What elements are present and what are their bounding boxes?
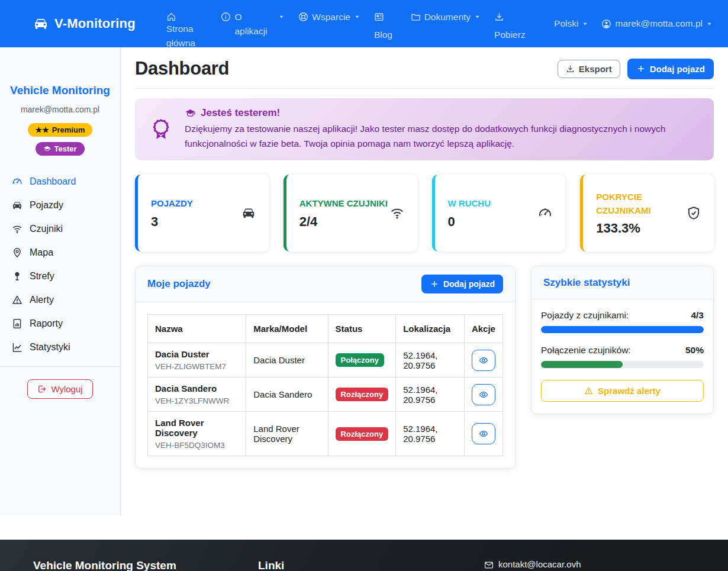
graph-icon <box>12 342 22 353</box>
caret-down-icon <box>582 21 588 27</box>
status-badge: Rozłączony <box>336 388 389 401</box>
stat-label: W RUCHU <box>448 196 491 210</box>
status-badge: Rozłączony <box>336 427 389 441</box>
nav-item-support[interactable]: Wsparcie <box>298 10 360 47</box>
stats-row: POJAZDY 3 AKTYWNE CZUJNIKI 2/4 W RUCHU 0 <box>135 175 714 251</box>
user-menu[interactable]: marek@motta.com.pl <box>601 17 713 31</box>
car-icon <box>241 206 256 220</box>
plus-icon <box>430 279 439 289</box>
progress-bar-sensors <box>541 361 623 368</box>
header-divider <box>135 88 714 89</box>
caret-down-icon <box>706 21 713 27</box>
stat-value: 133.3% <box>596 221 685 236</box>
speedometer-icon <box>12 176 22 187</box>
user-icon <box>601 19 611 29</box>
vehicle-model: Dacia Duster <box>246 343 328 378</box>
progress-track <box>541 361 704 368</box>
stat-value: 0 <box>448 214 491 230</box>
footer-links-title: Linki <box>258 559 484 571</box>
add-vehicle-button[interactable]: Dodaj pojazd <box>421 275 503 293</box>
download-icon <box>494 12 504 22</box>
brand-label: V-Monitoring <box>54 16 136 31</box>
quick-stat-value: 50% <box>685 345 704 356</box>
pin-icon <box>12 271 22 282</box>
download-icon <box>566 64 575 73</box>
blog-icon <box>374 12 384 22</box>
nav-item-about[interactable]: O aplikacji <box>221 10 285 47</box>
progress-bar-vehicles <box>541 326 704 333</box>
main-nav: Strona główna O aplikacji Wsparcie Blog … <box>166 0 529 47</box>
vehicle-location: 52.1964, 20.9756 <box>396 343 465 378</box>
quick-stat-label: Połączenie czujników: <box>541 345 631 356</box>
nav-item-home[interactable]: Strona główna <box>166 10 208 47</box>
column-header: Nazwa <box>148 315 246 343</box>
sidebar-user-email: marek@motta.com.pl <box>0 105 120 114</box>
my-vehicles-card: Moje pojazdy Dodaj pojazd Nazwa Marka/Mo… <box>135 266 516 469</box>
banner-text: Dziękujemy za testowanie naszej aplikacj… <box>185 122 700 151</box>
page-title: Dashboard <box>135 58 229 79</box>
view-vehicle-button[interactable] <box>472 423 495 444</box>
sidebar-title: Vehicle Monitoring <box>0 84 120 97</box>
vehicle-location: 52.1964, 20.9756 <box>396 378 465 412</box>
view-vehicle-button[interactable] <box>472 350 495 371</box>
shield-check-icon <box>687 206 701 220</box>
home-icon <box>166 12 176 22</box>
tester-badge: Tester <box>36 142 84 156</box>
sidebar-menu: Dashboard Pojazdy Czujniki Mapa Strefy A… <box>0 170 120 359</box>
sidebar-item-map[interactable]: Mapa <box>0 241 120 264</box>
vehicles-table: Nazwa Marka/Model Status Lokalizacja Akc… <box>147 314 503 456</box>
table-row: Land Rover Discovery VEH-BF5DQ3IOM3 Land… <box>148 412 503 456</box>
warning-icon <box>584 386 593 395</box>
sidebar-item-zones[interactable]: Strefy <box>0 264 120 288</box>
info-icon <box>221 12 231 22</box>
logout-button[interactable]: Wyloguj <box>27 379 92 399</box>
footer-title: Vehicle Monitoring System <box>33 559 258 571</box>
stars-icon: ★★ <box>36 125 49 134</box>
footer-contact[interactable]: kontakt@locacar.ovh <box>484 559 581 571</box>
sidebar-item-sensors[interactable]: Czujniki <box>0 217 120 241</box>
export-button[interactable]: Eksport <box>558 60 620 78</box>
navbar-right: Polski marek@motta.com.pl <box>538 0 713 47</box>
nav-item-documents[interactable]: Dokumenty <box>411 10 481 47</box>
stat-card-sensor-coverage: POKRYCIE CZUJNIKAMI 133.3% <box>580 175 714 251</box>
caret-down-icon <box>474 14 481 20</box>
view-vehicle-button[interactable] <box>472 384 495 405</box>
language-menu[interactable]: Polski <box>538 17 588 31</box>
wifi-icon <box>12 224 22 234</box>
stat-value: 2/4 <box>299 214 388 230</box>
table-row: Dacia Duster VEH-ZLIGWBTEM7 Dacia Duster… <box>148 343 503 378</box>
premium-badge: ★★ Premium <box>28 123 93 137</box>
sidebar-item-reports[interactable]: Raporty <box>0 312 120 335</box>
quick-stats-card: Szybkie statystyki Pojazdy z czujnikami:… <box>531 266 714 414</box>
vehicle-id: VEH-ZLIGWBTEM7 <box>155 362 239 371</box>
nav-item-download[interactable]: Pobierz <box>494 10 529 47</box>
my-vehicles-title: Moje pojazdy <box>147 278 211 290</box>
quick-stats-title: Szybkie statystyki <box>543 277 630 289</box>
brand[interactable]: V-Monitoring <box>33 0 136 47</box>
stat-label: AKTYWNE CZUJNIKI <box>299 196 388 210</box>
vehicle-id: VEH-BF5DQ3IOM3 <box>155 441 239 450</box>
stat-label: POJAZDY <box>151 196 193 210</box>
sidebar-item-alerts[interactable]: Alerty <box>0 288 120 312</box>
sidebar: Vehicle Monitoring marek@motta.com.pl ★★… <box>0 47 121 515</box>
stat-value: 3 <box>151 214 193 230</box>
tester-banner: Jesteś testerem! Dziękujemy za testowani… <box>135 98 714 160</box>
sidebar-item-statistics[interactable]: Statystyki <box>0 335 120 359</box>
stat-card-in-motion: W RUCHU 0 <box>432 175 566 251</box>
eye-icon <box>479 390 488 399</box>
support-icon <box>298 12 308 22</box>
sidebar-item-dashboard[interactable]: Dashboard <box>0 170 120 193</box>
sidebar-item-vehicles[interactable]: Pojazdy <box>0 193 120 217</box>
speedometer-icon <box>538 206 552 220</box>
graduation-cap-icon <box>43 145 51 153</box>
sidebar-divider <box>0 366 120 367</box>
vehicle-model: Dacia Sandero <box>246 378 328 412</box>
vehicle-location: 52.1964, 20.9756 <box>396 412 465 456</box>
check-alerts-button[interactable]: Sprawdź alerty <box>541 380 704 402</box>
quick-stat-value: 4/3 <box>691 310 704 321</box>
plus-icon <box>636 64 646 73</box>
nav-item-blog[interactable]: Blog <box>374 10 397 47</box>
quick-stat-label: Pojazdy z czujnikami: <box>541 310 629 321</box>
add-vehicle-button[interactable]: Dodaj pojazd <box>627 59 714 79</box>
eye-icon <box>479 429 488 438</box>
